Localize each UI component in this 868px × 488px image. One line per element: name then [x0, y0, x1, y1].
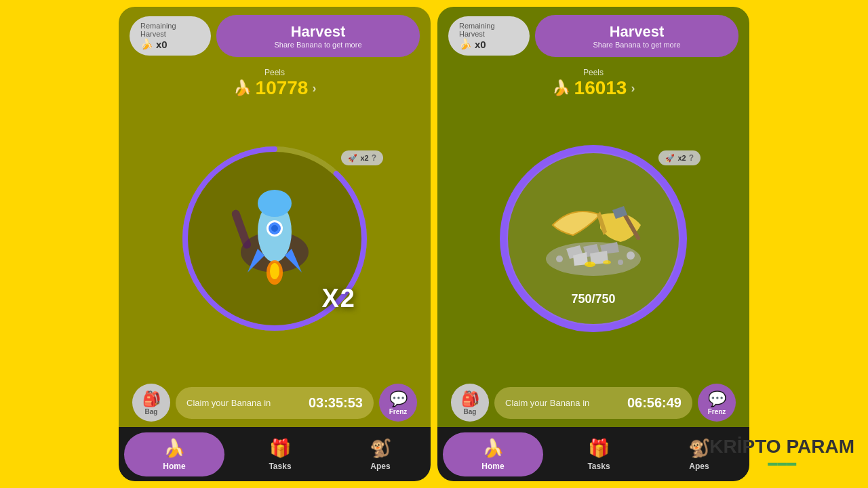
left-remaining-value: 🍌 x0 — [140, 38, 167, 50]
left-frenz-icon: 💬 — [389, 390, 408, 408]
right-claim-timer: 06:56:49 — [627, 395, 682, 411]
left-nav-tasks[interactable]: 🎁 Tasks — [230, 438, 330, 471]
left-frenz-button[interactable]: 💬 Frenz — [379, 384, 417, 422]
right-apes-icon: 🐒 — [688, 438, 710, 459]
left-apes-label: Apes — [370, 462, 390, 471]
left-x2-badge: X2 — [322, 284, 356, 313]
right-home-label: Home — [481, 462, 504, 471]
left-x2-small-badge: 🚀 x2 ? — [341, 150, 383, 165]
right-x2-small-badge: 🚀 x2 ? — [658, 150, 701, 165]
left-claim-timer: 03:35:53 — [309, 395, 363, 411]
watermark: KRİPTO PARAM ▬▬▬ — [709, 436, 854, 468]
left-header: RemainingHarvest 🍌 x0 Harvest Share Bana… — [119, 7, 431, 65]
left-harvest-button[interactable]: Harvest Share Banana to get more — [216, 15, 420, 57]
right-tasks-icon: 🎁 — [588, 438, 610, 459]
svg-point-19 — [585, 262, 595, 267]
left-bag-icon: 🎒 — [142, 390, 161, 408]
left-nav-home[interactable]: 🍌 Home — [124, 432, 224, 476]
left-app-panel: RemainingHarvest 🍌 x0 Harvest Share Bana… — [119, 7, 431, 481]
left-apes-icon: 🐒 — [370, 438, 391, 459]
broken-banana-illustration — [532, 191, 654, 286]
right-chevron-icon: › — [631, 81, 635, 96]
right-remaining-value: 🍌 x0 — [459, 38, 486, 50]
left-frenz-label: Frenz — [389, 408, 408, 415]
left-home-label: Home — [163, 462, 185, 471]
left-claim-info: Claim your Banana in 03:35:53 — [176, 387, 374, 419]
svg-point-22 — [627, 251, 635, 260]
left-bag-label: Bag — [145, 408, 158, 415]
right-banana-icon: 🍌 — [552, 79, 570, 97]
right-peels-row: Peels 🍌 16013 › — [437, 65, 749, 99]
right-home-icon: 🍌 — [482, 438, 504, 459]
main-wrapper: RemainingHarvest 🍌 x0 Harvest Share Bana… — [0, 0, 868, 488]
left-remaining-box: RemainingHarvest 🍌 x0 — [130, 16, 211, 56]
left-claim-bar: 🎒 Bag Claim your Banana in 03:35:53 💬 Fr… — [124, 378, 425, 427]
svg-point-20 — [603, 260, 611, 264]
right-bag-icon: 🎒 — [461, 390, 479, 408]
right-app-panel: RemainingHarvest 🍌 x0 Harvest Share Bana… — [437, 7, 749, 481]
left-bag-button[interactable]: 🎒 Bag — [132, 384, 170, 422]
right-bottom-nav: 🍌 Home 🎁 Tasks 🐒 Apes — [437, 427, 749, 481]
svg-point-4 — [258, 190, 292, 217]
right-claim-bar: 🎒 Bag Claim your Banana in 06:56:49 💬 Fr… — [443, 378, 744, 427]
right-claim-text: Claim your Banana in — [505, 398, 589, 408]
right-bag-button[interactable]: 🎒 Bag — [451, 384, 489, 422]
left-remaining-label: RemainingHarvest — [140, 22, 176, 38]
right-circle-container[interactable]: 750/750 🚀 x2 ? — [498, 144, 688, 333]
rocket-illustration — [220, 184, 329, 293]
left-claim-text: Claim your Banana in — [186, 398, 271, 408]
left-circle-container[interactable]: 🚀 x2 ? X2 — [180, 144, 370, 333]
left-nav-apes[interactable]: 🐒 Apes — [330, 438, 431, 471]
right-frenz-label: Frenz — [708, 408, 726, 415]
watermark-line1: KRİPTO — [709, 436, 781, 457]
right-peels-count: 🍌 16013 › — [437, 77, 749, 99]
left-tasks-icon: 🎁 — [269, 438, 291, 459]
left-home-icon: 🍌 — [163, 438, 185, 459]
right-tasks-label: Tasks — [587, 462, 610, 471]
right-frenz-icon: 💬 — [708, 390, 726, 408]
right-apes-label: Apes — [689, 462, 709, 471]
right-remaining-box: RemainingHarvest 🍌 x0 — [448, 16, 530, 56]
right-peels-label: Peels — [437, 68, 749, 77]
svg-point-7 — [271, 225, 278, 232]
right-harvest-subtitle: Share Banana to get more — [593, 41, 680, 49]
left-bottom-nav: 🍌 Home 🎁 Tasks 🐒 Apes — [119, 427, 431, 481]
svg-rect-10 — [231, 209, 252, 249]
right-nav-home[interactable]: 🍌 Home — [443, 432, 543, 476]
right-bag-label: Bag — [464, 408, 477, 415]
left-circle-area: 🚀 x2 ? X2 — [119, 99, 431, 378]
right-progress-text: 750/750 — [571, 292, 615, 306]
svg-point-23 — [618, 260, 623, 265]
watermark-line2: PARAM — [786, 436, 854, 457]
left-peels-label: Peels — [119, 68, 431, 77]
svg-point-21 — [556, 256, 563, 262]
right-claim-info: Claim your Banana in 06:56:49 — [494, 387, 692, 419]
left-banana-icon: 🍌 — [233, 79, 252, 97]
left-chevron-icon: › — [312, 81, 316, 96]
watermark-accent: ▬▬▬ — [709, 458, 854, 468]
left-tasks-label: Tasks — [269, 462, 291, 471]
svg-point-9 — [270, 263, 279, 279]
right-harvest-title: Harvest — [610, 23, 665, 41]
right-frenz-button[interactable]: 💬 Frenz — [698, 384, 736, 422]
right-header: RemainingHarvest 🍌 x0 Harvest Share Bana… — [437, 7, 749, 65]
left-peels-row: Peels 🍌 10778 › — [119, 65, 431, 99]
left-harvest-title: Harvest — [291, 23, 346, 41]
right-harvest-button[interactable]: Harvest Share Banana to get more — [535, 15, 738, 57]
right-nav-tasks[interactable]: 🎁 Tasks — [549, 438, 649, 471]
right-circle-area: 750/750 🚀 x2 ? — [437, 99, 749, 378]
left-peels-count: 🍌 10778 › — [119, 77, 431, 99]
right-remaining-label: RemainingHarvest — [459, 22, 495, 38]
left-harvest-subtitle: Share Banana to get more — [274, 41, 361, 49]
